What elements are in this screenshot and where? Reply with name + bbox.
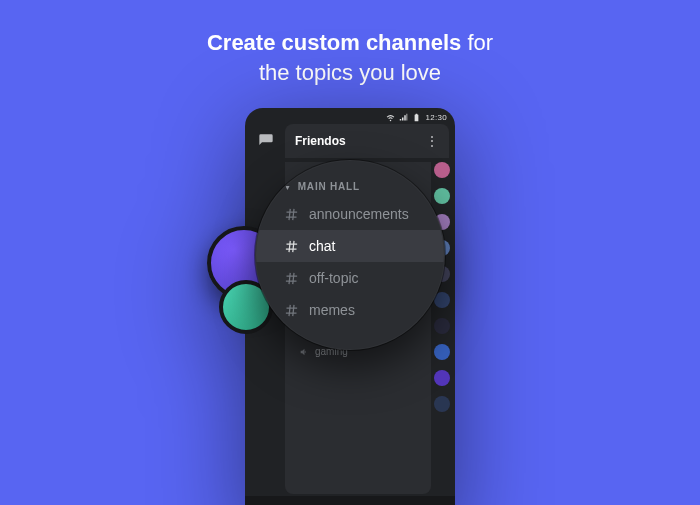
server-dot[interactable] xyxy=(434,396,450,412)
magnifier-channel-announcements[interactable]: announcements xyxy=(280,198,444,230)
hash-icon xyxy=(284,207,299,222)
server-dot[interactable] xyxy=(434,370,450,386)
magnifier-overlay: MAIN HALL announcements chat off-topic m… xyxy=(255,160,445,350)
server-header[interactable]: Friendos ⋮ xyxy=(285,124,449,158)
signal-icon xyxy=(399,113,408,122)
promo-headline: Create custom channels for the topics yo… xyxy=(0,0,700,87)
server-dot[interactable] xyxy=(434,344,450,360)
headline-bold: Create custom channels xyxy=(207,30,461,55)
headline-light-2: the topics you love xyxy=(259,60,441,85)
magnifier-channel-chat[interactable]: chat xyxy=(256,230,445,262)
channel-label: off-topic xyxy=(309,270,359,286)
battery-icon xyxy=(412,113,421,122)
bottom-nav xyxy=(245,496,455,505)
dm-icon[interactable] xyxy=(255,130,277,152)
hash-icon xyxy=(284,303,299,318)
hash-icon xyxy=(284,239,299,254)
channel-label: chat xyxy=(309,238,335,254)
server-dot[interactable] xyxy=(434,318,450,334)
hash-icon xyxy=(284,271,299,286)
status-time: 12:30 xyxy=(425,113,447,122)
server-name: Friendos xyxy=(295,134,425,148)
wifi-icon xyxy=(386,113,395,122)
status-bar: 12:30 xyxy=(245,108,455,124)
channel-label: memes xyxy=(309,302,355,318)
headline-light-1: for xyxy=(467,30,493,55)
more-icon[interactable]: ⋮ xyxy=(425,134,439,148)
channel-label: announcements xyxy=(309,206,409,222)
server-dot[interactable] xyxy=(434,188,450,204)
server-strip xyxy=(434,162,450,494)
speaker-icon xyxy=(299,347,309,357)
server-dot[interactable] xyxy=(434,162,450,178)
magnifier-channel-off-topic[interactable]: off-topic xyxy=(280,262,444,294)
